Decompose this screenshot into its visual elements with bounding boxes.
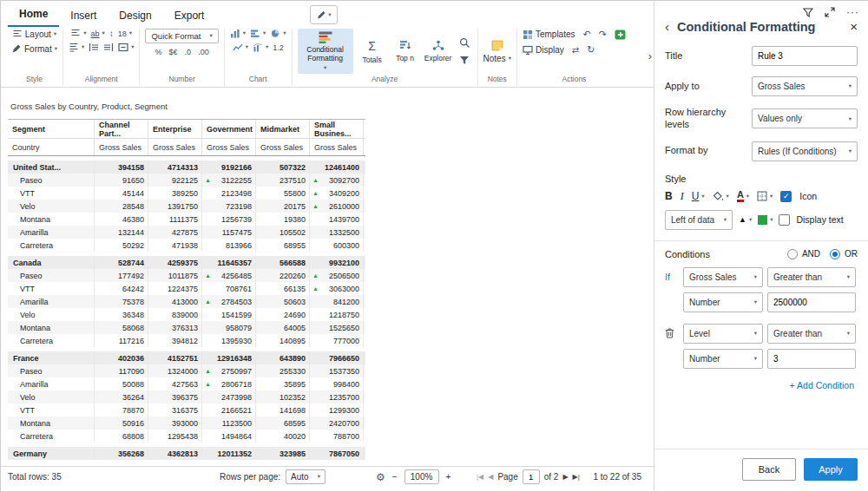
measure-header[interactable]: Gross Sales [95,139,148,155]
last-page-button[interactable]: ▶| [573,473,580,481]
undo-icon[interactable]: ↶ [583,29,591,40]
condition2-value-input[interactable] [767,349,856,369]
icon-color-select[interactable]: ▾ [758,215,773,225]
more-options-icon[interactable]: ··· [846,6,859,18]
panel-back-chevron[interactable]: ‹ [665,20,669,33]
redo-icon[interactable]: ↷ [599,29,607,40]
percent-format-icon[interactable]: % [155,48,162,56]
product-row[interactable]: Paseo1170901324000▲27509972553301537350 [8,364,365,377]
and-radio[interactable] [787,249,798,259]
font-size-stepper[interactable]: 18 ▾ [118,30,132,38]
zoom-in-button[interactable]: + [446,472,451,482]
display-text-checkbox[interactable] [779,214,790,226]
format-by-select[interactable]: Rules (If Conditions)▾ [752,141,858,161]
or-radio[interactable] [830,249,840,259]
filter-icon[interactable] [459,56,470,65]
explorer-button[interactable]: Explorer [424,29,452,74]
measure-header[interactable]: Gross Sales [148,139,202,155]
combo-chart-button[interactable]: ▾ [253,43,268,52]
icon-position-select[interactable]: Left of data▾ [665,210,733,230]
visual-filter-icon[interactable] [803,8,813,17]
ribbon-collapse-chevron[interactable]: › [648,49,652,62]
country-row[interactable]: United Stat...39415847143139192166507322… [8,161,365,174]
column-header[interactable]: Enterprise [148,120,202,138]
decimal-decrease-icon[interactable]: .0 [185,48,192,56]
totals-button[interactable]: Σ Totals [358,29,386,74]
rows-per-page-select[interactable]: Auto ▾ [286,469,326,484]
decimal-increase-icon[interactable]: .00 [198,48,209,56]
rule-title-input[interactable] [752,46,858,66]
condition1-valuetype-select[interactable]: Number▾ [683,292,763,312]
column-header[interactable]: Channel Part... [95,120,148,138]
apply-to-select[interactable]: Gross Sales▾ [752,76,858,96]
product-row[interactable]: VTT7887031637521665211416981299300 [8,403,365,417]
apply-button[interactable]: Apply [804,458,858,481]
condition1-value-input[interactable] [767,292,856,312]
icon-shape-select[interactable]: ▲▾ [739,216,752,224]
product-row[interactable]: Amarilla75378413000▲278450350603841200 [8,295,365,308]
tab-design[interactable]: Design [108,4,162,27]
indent-decrease-icon[interactable] [89,43,99,52]
product-row[interactable]: Carretera5029247193881396668955600300 [8,239,365,252]
product-row[interactable]: Montana4638011113751256739193801439700 [8,213,365,226]
bar-chart-button[interactable]: ▾ [230,29,246,38]
tab-home[interactable]: Home [8,3,59,27]
next-page-button[interactable]: ▶ [562,473,568,481]
previous-page-button[interactable]: ◀ [488,473,493,481]
vertical-align-button[interactable]: ▾ [70,29,86,38]
bold-button[interactable]: B [665,190,673,202]
condition1-field-select[interactable]: Gross Sales▾ [683,267,763,287]
product-row[interactable]: Montana509163930001123500685952420700 [8,417,365,430]
top-n-button[interactable]: Top n [391,29,419,74]
layout-button[interactable]: Layout ▾ [12,29,56,39]
expand-icon[interactable] [825,7,835,17]
zoom-out-button[interactable]: − [392,472,398,482]
product-row[interactable]: Velo3626439637524739981023521235700 [8,390,365,403]
column-header[interactable]: Government [202,120,256,138]
templates-button[interactable]: Templates [523,30,575,40]
product-row[interactable]: Velo363488390001541599246901218750 [8,308,365,321]
product-row[interactable]: Carretera688081295438149486440020788700 [8,430,365,443]
condition1-operator-select[interactable]: Greater than▾ [767,267,856,287]
product-row[interactable]: Carretera1172163948121395930140895777000 [8,334,365,347]
add-condition-link[interactable]: + Add Condition [654,371,868,396]
italic-button[interactable]: I [681,190,684,203]
conditional-formatting-button[interactable]: Conditional Formatting ▾ [298,29,353,74]
column-header[interactable]: Small Busines... [310,120,364,138]
underline-button[interactable]: U▾ [692,190,705,202]
condition2-valuetype-select[interactable]: Number▾ [683,349,763,369]
borders-button[interactable]: ▾ [757,191,773,201]
data-label-button[interactable]: 1.2 [273,43,284,52]
export-card-icon[interactable] [615,30,626,40]
column-header[interactable]: Midmarket [256,120,310,138]
tab-insert[interactable]: Insert [59,4,108,27]
swap-icon[interactable]: ⇄ [572,45,579,55]
edit-mode-button[interactable]: ▾ [310,5,338,24]
page-number-input[interactable] [523,469,540,484]
settings-gear-icon[interactable]: ⚙ [376,471,385,483]
condition2-operator-select[interactable]: Greater than▾ [767,324,856,344]
product-row[interactable]: Paseo1774921011875▲4256485220260▲2506500 [8,269,365,282]
country-row[interactable]: Canada5287444259375116453575665889932100 [8,256,365,269]
back-button[interactable]: Back [742,458,796,481]
pie-chart-button[interactable]: ▾ [270,29,286,38]
merge-cells-button[interactable]: ▾ [118,43,134,52]
product-row[interactable]: VTT64242122437570876166135▲3063000 [8,282,365,295]
measure-header[interactable]: Gross Sales [310,139,364,155]
row-hierarchy-select[interactable]: Values only▾ [752,108,858,128]
product-row[interactable]: Paseo91650922125▲3122255237510▲3092700 [8,174,365,187]
product-row[interactable]: Amarilla50088427563▲280671835895998400 [8,377,365,390]
product-row[interactable]: Velo28548139175072319820175▲2610000 [8,200,365,213]
country-row[interactable]: France4020364152751129163486438907966650 [8,351,365,364]
row-height-icon[interactable]: ↕ [109,29,114,38]
delete-condition-trash-icon[interactable] [665,328,674,338]
row-subheader-country[interactable]: Country [8,139,95,155]
horizontal-align-button[interactable]: ▾ [69,43,84,52]
measure-header[interactable]: Gross Sales [202,139,256,155]
measure-header[interactable]: Gross Sales [256,139,310,155]
close-icon[interactable]: × [850,19,858,34]
display-button[interactable]: Display [523,45,564,56]
first-page-button[interactable]: |◀ [477,473,483,481]
product-row[interactable]: Montana58068376313958079640051525650 [8,321,365,334]
format-button[interactable]: Format ▾ [11,43,57,54]
